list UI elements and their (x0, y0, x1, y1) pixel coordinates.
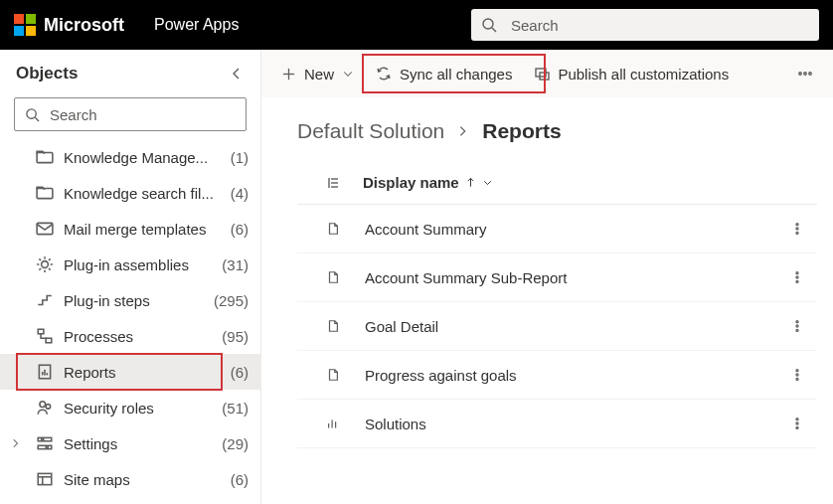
row-more-button[interactable] (777, 319, 817, 333)
table-row[interactable]: Progress against goals (297, 351, 817, 400)
sidebar-item-security-roles[interactable]: Security roles (51) (0, 390, 260, 425)
svg-point-38 (796, 272, 798, 274)
sidebar-item-count: (29) (222, 435, 249, 452)
sidebar-item-label: Plug-in steps (64, 292, 204, 309)
sort-asc-icon (465, 177, 476, 188)
sidebar-item-label: Knowledge search fil... (64, 185, 221, 202)
sidebar-item-site-maps[interactable]: Site maps (6) (0, 461, 260, 497)
sidebar-item-count: (6) (231, 221, 249, 238)
breadcrumb: Default Solution Reports (297, 119, 817, 143)
table-row[interactable]: Account Summary Sub-Report (297, 253, 817, 302)
svg-point-44 (796, 370, 798, 372)
sidebar-item-processes[interactable]: Processes (95) (0, 318, 260, 354)
row-more-button[interactable] (777, 368, 817, 382)
publish-icon (534, 66, 550, 82)
sidebar-item-count: (4) (231, 185, 249, 202)
svg-point-2 (27, 108, 36, 117)
chevron-right-icon[interactable] (10, 435, 22, 452)
publish-button[interactable]: Publish all customizations (524, 56, 739, 91)
sidebar-item-mail-merge[interactable]: Mail merge templates (6) (0, 211, 260, 247)
row-name: Account Summary (363, 221, 777, 238)
svg-point-37 (796, 232, 798, 234)
chart-icon (303, 417, 363, 430)
chevron-right-icon (456, 119, 470, 143)
svg-rect-16 (38, 437, 52, 440)
sync-label: Sync all changes (400, 66, 512, 83)
collapse-sidebar-icon[interactable] (229, 66, 245, 82)
more-commands-button[interactable] (787, 56, 823, 91)
svg-point-19 (46, 446, 48, 448)
breadcrumb-parent[interactable]: Default Solution (297, 119, 444, 143)
sidebar-item-label: Knowledge Manage... (64, 149, 221, 166)
svg-point-42 (796, 325, 798, 327)
main: New Sync all changes Publish all customi… (261, 50, 833, 504)
sidebar-item-count: (1) (231, 149, 249, 166)
file-icon (303, 222, 363, 236)
svg-point-45 (796, 374, 798, 376)
svg-rect-8 (38, 329, 44, 334)
svg-point-51 (796, 422, 798, 424)
sidebar-item-reports[interactable]: Reports (6) (0, 354, 260, 390)
table-row[interactable]: Account Summary (297, 205, 817, 253)
global-search[interactable]: Search (471, 9, 819, 41)
command-bar: New Sync all changes Publish all customi… (261, 50, 833, 97)
row-more-button[interactable] (777, 417, 817, 430)
table-header: Display name (297, 161, 817, 205)
svg-point-36 (796, 228, 798, 230)
sidebar-item-label: Plug-in assemblies (64, 256, 212, 273)
chevron-down-icon (482, 177, 493, 188)
sync-button[interactable]: Sync all changes (366, 56, 522, 91)
new-button[interactable]: New (271, 56, 364, 91)
chevron-down-icon (342, 68, 354, 80)
table-row[interactable]: Goal Detail (297, 302, 817, 351)
svg-rect-6 (37, 223, 53, 234)
svg-line-1 (492, 28, 496, 32)
sidebar-item-label: Security roles (64, 400, 212, 417)
brand: Microsoft (14, 14, 124, 36)
svg-point-15 (46, 405, 51, 410)
sidebar-item-plugin-assemblies[interactable]: Plug-in assemblies (31) (0, 247, 260, 282)
sidebar-title: Objects (16, 64, 229, 84)
file-icon (303, 270, 363, 284)
column-display-name[interactable]: Display name (363, 174, 493, 191)
svg-point-41 (796, 321, 798, 323)
sidebar-item-knowledge-manage[interactable]: Knowledge Manage... (1) (0, 139, 260, 175)
row-name: Account Summary Sub-Report (363, 269, 777, 286)
row-more-button[interactable] (777, 222, 817, 236)
sidebar: Objects Search Knowledge Manage... (1) K… (0, 50, 261, 504)
plus-icon (281, 67, 296, 82)
mail-icon (36, 220, 54, 238)
brand-label: Microsoft (44, 15, 124, 36)
sidebar-search[interactable]: Search (14, 97, 247, 131)
breadcrumb-current: Reports (482, 119, 561, 143)
svg-point-39 (796, 276, 798, 278)
top-bar: Microsoft Power Apps Search (0, 0, 833, 50)
sidebar-item-label: Settings (64, 435, 212, 452)
sidebar-item-count: (95) (222, 328, 249, 345)
file-icon (303, 368, 363, 382)
list-view-icon[interactable] (303, 175, 363, 191)
svg-point-40 (796, 280, 798, 282)
svg-point-28 (804, 73, 806, 75)
publish-label: Publish all customizations (558, 66, 729, 83)
svg-point-27 (799, 73, 801, 75)
svg-rect-20 (38, 473, 52, 484)
svg-line-3 (35, 117, 39, 121)
table-row[interactable]: Solutions (297, 400, 817, 448)
search-icon (481, 17, 497, 33)
row-more-button[interactable] (777, 270, 817, 284)
sidebar-item-count: (31) (222, 256, 249, 273)
search-icon (25, 107, 40, 122)
sidebar-item-knowledge-search[interactable]: Knowledge search fil... (4) (0, 175, 260, 211)
settings-icon (36, 434, 54, 452)
roles-icon (36, 399, 54, 417)
file-icon (303, 319, 363, 333)
sidebar-item-settings[interactable]: Settings (29) (0, 425, 260, 461)
svg-point-14 (40, 402, 46, 408)
gear-icon (36, 255, 54, 273)
sidebar-item-label: Reports (64, 364, 221, 381)
sidebar-item-label: Mail merge templates (64, 221, 221, 238)
sidebar-item-plugin-steps[interactable]: Plug-in steps (295) (0, 282, 260, 318)
step-icon (36, 291, 54, 309)
svg-rect-5 (37, 189, 53, 199)
